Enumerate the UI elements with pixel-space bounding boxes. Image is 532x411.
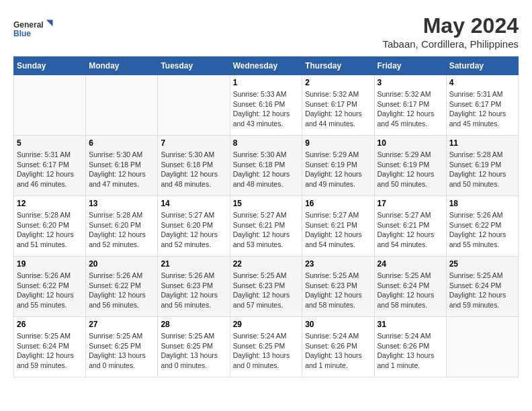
calendar-day-9: 9Sunrise: 5:29 AM Sunset: 6:19 PM Daylig…	[302, 136, 374, 196]
day-info: Sunrise: 5:29 AM Sunset: 6:19 PM Dayligh…	[305, 150, 371, 189]
day-number: 8	[233, 138, 300, 148]
calendar-day-26: 26Sunrise: 5:25 AM Sunset: 6:24 PM Dayli…	[14, 317, 86, 377]
calendar-day-29: 29Sunrise: 5:24 AM Sunset: 6:25 PM Dayli…	[230, 317, 302, 377]
day-number: 1	[233, 78, 300, 87]
day-number: 24	[378, 259, 443, 269]
weekday-header-thursday: Thursday	[302, 57, 374, 75]
calendar-day-21: 21Sunrise: 5:26 AM Sunset: 6:23 PM Dayli…	[158, 257, 230, 317]
day-info: Sunrise: 5:30 AM Sunset: 6:18 PM Dayligh…	[89, 150, 154, 189]
day-info: Sunrise: 5:25 AM Sunset: 6:23 PM Dayligh…	[305, 271, 371, 310]
calendar-day-22: 22Sunrise: 5:25 AM Sunset: 6:23 PM Dayli…	[230, 257, 302, 317]
day-info: Sunrise: 5:27 AM Sunset: 6:20 PM Dayligh…	[161, 210, 226, 250]
day-number: 13	[89, 199, 154, 208]
weekday-header-monday: Monday	[86, 57, 158, 75]
day-number: 7	[161, 138, 226, 148]
calendar-empty-cell	[86, 75, 158, 136]
logo-icon: General Blue	[13, 13, 54, 44]
calendar-day-6: 6Sunrise: 5:30 AM Sunset: 6:18 PM Daylig…	[86, 136, 158, 196]
day-info: Sunrise: 5:26 AM Sunset: 6:22 PM Dayligh…	[89, 271, 154, 310]
day-number: 21	[161, 259, 226, 269]
weekday-header-wednesday: Wednesday	[230, 57, 302, 75]
calendar-day-28: 28Sunrise: 5:25 AM Sunset: 6:25 PM Dayli…	[158, 317, 230, 377]
day-number: 22	[233, 259, 300, 269]
day-number: 25	[449, 259, 515, 269]
day-number: 14	[161, 199, 226, 208]
calendar-day-23: 23Sunrise: 5:25 AM Sunset: 6:23 PM Dayli…	[302, 257, 374, 317]
weekday-header-row: SundayMondayTuesdayWednesdayThursdayFrid…	[14, 57, 519, 75]
day-info: Sunrise: 5:26 AM Sunset: 6:23 PM Dayligh…	[161, 271, 226, 310]
calendar-empty-cell	[158, 75, 230, 136]
day-number: 16	[305, 199, 371, 208]
day-info: Sunrise: 5:30 AM Sunset: 6:18 PM Dayligh…	[233, 150, 300, 189]
day-info: Sunrise: 5:31 AM Sunset: 6:17 PM Dayligh…	[449, 89, 515, 129]
day-number: 9	[305, 138, 371, 148]
day-number: 26	[17, 320, 83, 329]
day-number: 5	[17, 138, 83, 148]
calendar-day-4: 4Sunrise: 5:31 AM Sunset: 6:17 PM Daylig…	[446, 75, 518, 136]
day-info: Sunrise: 5:25 AM Sunset: 6:24 PM Dayligh…	[449, 271, 515, 310]
day-info: Sunrise: 5:32 AM Sunset: 6:17 PM Dayligh…	[305, 89, 371, 129]
calendar-day-18: 18Sunrise: 5:26 AM Sunset: 6:22 PM Dayli…	[446, 196, 518, 257]
day-number: 29	[233, 320, 300, 329]
day-info: Sunrise: 5:33 AM Sunset: 6:16 PM Dayligh…	[233, 89, 300, 129]
svg-text:General: General	[13, 20, 44, 30]
day-info: Sunrise: 5:28 AM Sunset: 6:20 PM Dayligh…	[89, 210, 154, 250]
calendar-day-11: 11Sunrise: 5:28 AM Sunset: 6:19 PM Dayli…	[446, 136, 518, 196]
calendar-day-12: 12Sunrise: 5:28 AM Sunset: 6:20 PM Dayli…	[14, 196, 86, 257]
day-info: Sunrise: 5:25 AM Sunset: 6:24 PM Dayligh…	[17, 331, 83, 371]
calendar-table: SundayMondayTuesdayWednesdayThursdayFrid…	[13, 56, 519, 377]
weekday-header-friday: Friday	[374, 57, 446, 75]
calendar-week-2: 5Sunrise: 5:31 AM Sunset: 6:17 PM Daylig…	[14, 136, 519, 196]
calendar-day-27: 27Sunrise: 5:25 AM Sunset: 6:25 PM Dayli…	[86, 317, 158, 377]
day-info: Sunrise: 5:31 AM Sunset: 6:17 PM Dayligh…	[17, 150, 83, 189]
calendar-week-5: 26Sunrise: 5:25 AM Sunset: 6:24 PM Dayli…	[14, 317, 519, 377]
day-info: Sunrise: 5:30 AM Sunset: 6:18 PM Dayligh…	[161, 150, 226, 189]
day-info: Sunrise: 5:26 AM Sunset: 6:22 PM Dayligh…	[449, 210, 515, 250]
day-number: 4	[449, 78, 515, 87]
calendar-day-7: 7Sunrise: 5:30 AM Sunset: 6:18 PM Daylig…	[158, 136, 230, 196]
day-number: 28	[161, 320, 226, 329]
day-number: 3	[378, 78, 443, 87]
calendar-day-3: 3Sunrise: 5:32 AM Sunset: 6:17 PM Daylig…	[374, 75, 446, 136]
calendar-week-1: 1Sunrise: 5:33 AM Sunset: 6:16 PM Daylig…	[14, 75, 519, 136]
calendar-empty-cell	[14, 75, 86, 136]
day-info: Sunrise: 5:24 AM Sunset: 6:25 PM Dayligh…	[233, 331, 300, 371]
day-number: 23	[305, 259, 371, 269]
calendar-day-14: 14Sunrise: 5:27 AM Sunset: 6:20 PM Dayli…	[158, 196, 230, 257]
logo: General Blue	[13, 13, 54, 44]
day-number: 19	[17, 259, 83, 269]
day-number: 31	[378, 320, 443, 329]
day-number: 18	[449, 199, 515, 208]
calendar-subtitle: Tabaan, Cordillera, Philippines	[382, 38, 519, 50]
day-number: 6	[89, 138, 154, 148]
calendar-day-20: 20Sunrise: 5:26 AM Sunset: 6:22 PM Dayli…	[86, 257, 158, 317]
day-info: Sunrise: 5:24 AM Sunset: 6:26 PM Dayligh…	[378, 331, 443, 371]
svg-text:Blue: Blue	[13, 29, 31, 38]
calendar-title: May 2024	[382, 13, 519, 38]
day-number: 11	[449, 138, 515, 148]
day-info: Sunrise: 5:25 AM Sunset: 6:23 PM Dayligh…	[233, 271, 300, 310]
calendar-day-1: 1Sunrise: 5:33 AM Sunset: 6:16 PM Daylig…	[230, 75, 302, 136]
day-info: Sunrise: 5:24 AM Sunset: 6:26 PM Dayligh…	[305, 331, 371, 371]
calendar-day-19: 19Sunrise: 5:26 AM Sunset: 6:22 PM Dayli…	[14, 257, 86, 317]
calendar-day-24: 24Sunrise: 5:25 AM Sunset: 6:24 PM Dayli…	[374, 257, 446, 317]
day-number: 10	[378, 138, 443, 148]
calendar-day-25: 25Sunrise: 5:25 AM Sunset: 6:24 PM Dayli…	[446, 257, 518, 317]
svg-marker-2	[46, 19, 53, 26]
weekday-header-saturday: Saturday	[446, 57, 518, 75]
day-info: Sunrise: 5:25 AM Sunset: 6:25 PM Dayligh…	[161, 331, 226, 371]
calendar-day-30: 30Sunrise: 5:24 AM Sunset: 6:26 PM Dayli…	[302, 317, 374, 377]
calendar-day-17: 17Sunrise: 5:27 AM Sunset: 6:21 PM Dayli…	[374, 196, 446, 257]
calendar-day-13: 13Sunrise: 5:28 AM Sunset: 6:20 PM Dayli…	[86, 196, 158, 257]
day-info: Sunrise: 5:27 AM Sunset: 6:21 PM Dayligh…	[305, 210, 371, 250]
day-number: 30	[305, 320, 371, 329]
day-number: 17	[378, 199, 443, 208]
day-info: Sunrise: 5:25 AM Sunset: 6:25 PM Dayligh…	[89, 331, 154, 371]
calendar-day-5: 5Sunrise: 5:31 AM Sunset: 6:17 PM Daylig…	[14, 136, 86, 196]
calendar-day-15: 15Sunrise: 5:27 AM Sunset: 6:21 PM Dayli…	[230, 196, 302, 257]
day-info: Sunrise: 5:27 AM Sunset: 6:21 PM Dayligh…	[378, 210, 443, 250]
calendar-day-10: 10Sunrise: 5:29 AM Sunset: 6:19 PM Dayli…	[374, 136, 446, 196]
day-info: Sunrise: 5:29 AM Sunset: 6:19 PM Dayligh…	[378, 150, 443, 189]
day-number: 2	[305, 78, 371, 87]
day-number: 20	[89, 259, 154, 269]
